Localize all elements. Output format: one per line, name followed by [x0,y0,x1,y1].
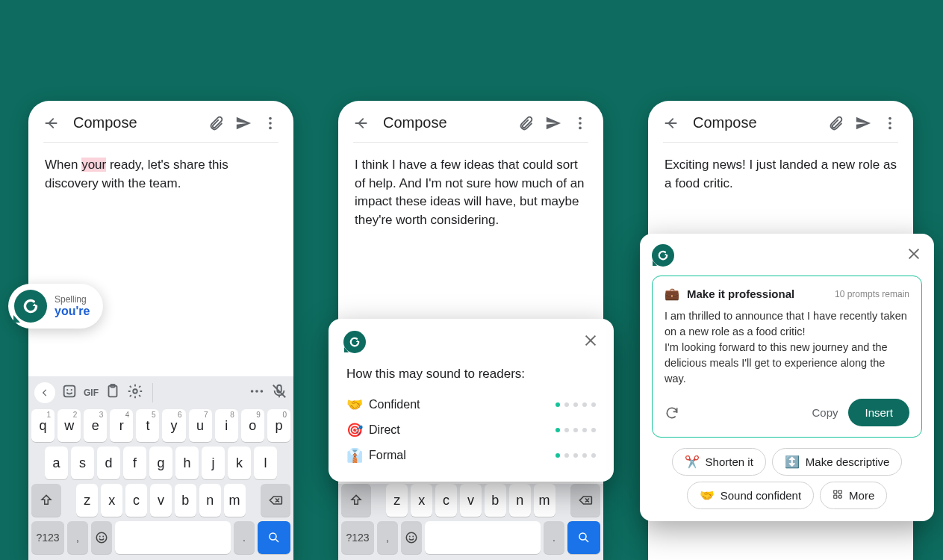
shift-key[interactable] [341,484,371,517]
key-i[interactable]: i8 [215,409,238,442]
overflow-icon[interactable] [262,115,278,131]
chip-confident[interactable]: 🤝Sound confident [687,482,814,509]
spelling-suggestion-bubble[interactable]: Spelling you're [8,284,103,329]
svg-rect-27 [838,490,841,493]
key-q[interactable]: q1 [31,409,55,442]
rewrite-title: Make it professional [687,287,794,300]
send-icon[interactable] [545,115,561,131]
comma-key[interactable]: , [377,521,398,554]
key-z[interactable]: z [76,484,98,517]
mic-off-icon[interactable] [271,383,287,402]
email-body[interactable]: I think I have a few ideas that could so… [338,156,603,230]
spelling-highlight[interactable]: your [81,158,106,172]
key-w[interactable]: w2 [57,409,81,442]
period-key[interactable]: . [234,521,255,554]
search-key[interactable] [567,521,600,554]
sticker-icon[interactable] [61,383,78,402]
key-b[interactable]: b [485,484,506,517]
key-m[interactable]: m [534,484,555,517]
email-body[interactable]: When your ready, let's share this discov… [28,156,293,193]
emoji-key[interactable] [91,521,112,554]
chip-label: Make descriptive [806,455,890,468]
backspace-key[interactable] [261,484,290,517]
emoji-key[interactable] [401,521,422,554]
svg-point-19 [406,532,417,543]
scissors-icon: ✂️ [685,455,700,469]
key-l[interactable]: l [254,447,277,479]
key-a[interactable]: a [45,447,68,479]
space-key[interactable] [425,521,541,554]
key-v[interactable]: v [150,484,172,517]
back-icon[interactable] [353,115,370,131]
rewrite-para-1: I am thrilled to announce that I have re… [665,308,909,340]
key-e[interactable]: e3 [84,409,107,442]
key-x[interactable]: x [411,484,432,517]
key-n[interactable]: n [199,484,221,517]
back-icon[interactable] [43,115,60,131]
key-o[interactable]: o9 [241,409,264,442]
key-y[interactable]: y6 [162,409,185,442]
key-j[interactable]: j [202,447,225,479]
svg-point-12 [96,532,107,543]
attach-icon[interactable] [208,115,225,131]
more-dots-icon[interactable] [249,383,265,402]
key-s[interactable]: s [71,447,94,479]
key-k[interactable]: k [228,447,251,479]
chip-descriptive[interactable]: ↕️Make descriptive [772,448,903,476]
search-key[interactable] [258,521,290,554]
key-g[interactable]: g [149,447,172,479]
svg-point-17 [579,122,582,125]
key-x[interactable]: x [101,484,122,517]
key-r[interactable]: r4 [110,409,133,442]
sym-key[interactable]: ?123 [31,521,64,554]
close-icon[interactable] [582,332,599,352]
attach-icon[interactable] [518,115,535,131]
copy-button[interactable]: Copy [812,406,838,419]
tone-name: Confident [369,398,555,411]
key-d[interactable]: d [97,447,120,479]
svg-point-11 [261,390,264,393]
compose-title: Compose [73,114,198,131]
key-p[interactable]: p0 [267,409,290,442]
key-v[interactable]: v [460,484,482,517]
send-icon[interactable] [235,115,252,131]
handshake-icon: 🤝 [700,488,715,503]
attach-icon[interactable] [828,115,844,131]
key-m[interactable]: m [224,484,246,517]
settings-icon[interactable] [127,383,143,402]
overflow-icon[interactable] [572,115,588,131]
suggestion-word[interactable]: you're [55,305,90,318]
keyboard: GIF q1w2e3r4t5y6u7i8o9p0 asdfghjkl zxcvb… [28,376,293,560]
chip-more[interactable]: More [820,482,887,509]
overflow-icon[interactable] [882,115,898,131]
key-h[interactable]: h [175,447,199,479]
tone-name: Direct [369,423,555,437]
chip-shorten[interactable]: ✂️Shorten it [672,448,766,476]
send-icon[interactable] [855,115,871,131]
shift-key[interactable] [31,484,61,517]
key-t[interactable]: t5 [136,409,159,442]
key-b[interactable]: b [175,484,196,517]
close-icon[interactable] [906,246,922,265]
key-c[interactable]: c [125,484,147,517]
insert-button[interactable]: Insert [848,399,909,426]
comma-key[interactable]: , [67,521,88,554]
key-f[interactable]: f [123,447,146,479]
gif-button[interactable]: GIF [84,388,99,398]
key-n[interactable]: n [509,484,531,517]
chip-label: Shorten it [706,455,753,468]
key-c[interactable]: c [435,484,457,517]
key-z[interactable]: z [386,484,408,517]
clipboard-icon[interactable] [105,383,121,402]
tone-row: 🎯Direct [343,417,599,443]
period-key[interactable]: . [544,521,564,554]
sym-key[interactable]: ?123 [341,521,374,554]
backspace-key[interactable] [570,484,600,517]
key-u[interactable]: u7 [189,409,212,442]
space-key[interactable] [115,521,231,554]
email-body[interactable]: Exciting news! I just landed a new role … [648,156,913,193]
tone-level-dots [555,428,596,432]
back-icon[interactable] [663,115,679,131]
kb-collapse-icon[interactable] [34,382,55,403]
regenerate-icon[interactable] [665,405,679,420]
